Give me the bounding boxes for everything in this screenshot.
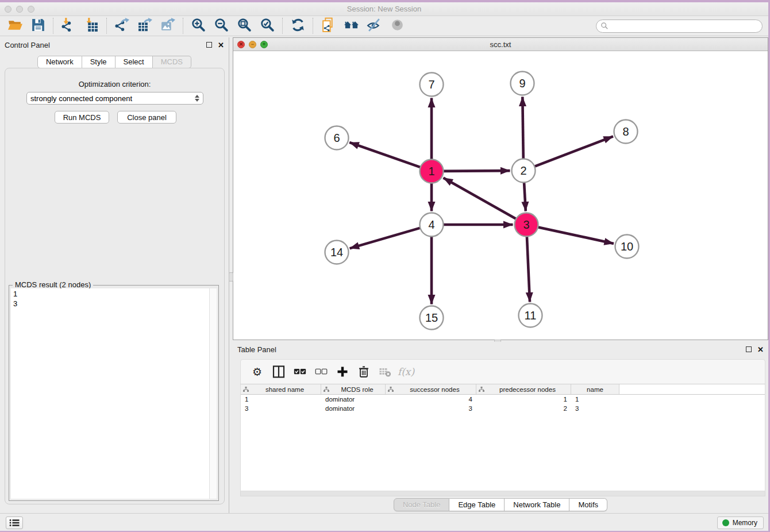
svg-text:8: 8 <box>622 125 629 138</box>
search-field[interactable] <box>596 20 763 33</box>
tab-network-table[interactable]: Network Table <box>505 498 569 511</box>
network-view-window: ✕ − + scc.txt 7 9 6 8 1 2 4 3 14 10 <box>233 37 768 340</box>
table-row[interactable]: 3dominator323 <box>241 404 765 413</box>
zoom-out-button[interactable] <box>210 17 233 34</box>
select-all-checkboxes-button[interactable] <box>289 362 310 381</box>
zoom-in-button[interactable] <box>187 17 210 34</box>
add-row-button[interactable] <box>332 362 353 381</box>
tab-edge-table[interactable]: Edge Table <box>449 498 505 511</box>
tab-node-table[interactable]: Node Table <box>394 498 450 511</box>
graph-node-4[interactable]: 4 <box>420 213 444 237</box>
cell-MCDS-role[interactable]: dominator <box>321 405 386 412</box>
network-document-button[interactable] <box>317 17 340 34</box>
search-input[interactable] <box>609 21 762 32</box>
table-row[interactable]: 1dominator411 <box>241 395 765 404</box>
table-panel-header: Table Panel ✕ <box>233 342 768 357</box>
delete-table-button[interactable] <box>374 362 395 381</box>
graph-edge-2-9[interactable] <box>522 97 523 161</box>
vertical-splitter-grip[interactable] <box>229 272 233 282</box>
eye-disabled-button[interactable] <box>386 17 409 34</box>
table-body: 1dominator4113dominator323 <box>241 395 765 413</box>
tab-mcds[interactable]: MCDS <box>153 56 191 68</box>
export-table-icon <box>137 17 153 34</box>
window-title: Session: New Session <box>0 5 768 13</box>
graph-edge-4-14[interactable] <box>350 228 422 249</box>
tab-network[interactable]: Network <box>37 56 82 68</box>
criterion-dropdown[interactable]: strongly connected component <box>26 92 203 105</box>
result-scrollbar[interactable] <box>209 288 217 499</box>
toolbar-separator <box>282 18 283 34</box>
delete-row-button[interactable] <box>353 362 374 381</box>
cell-successor-nodes[interactable]: 4 <box>386 396 476 403</box>
close-panel-button[interactable]: Close panel <box>117 111 176 124</box>
graph-node-9[interactable]: 9 <box>511 72 534 95</box>
refresh-button[interactable] <box>286 17 309 34</box>
column-header-predecessor-nodes[interactable]: predecessor nodes <box>476 384 571 394</box>
table-toolbar: ⚙f(x) <box>240 359 765 384</box>
toggle-panel-visibility-button[interactable] <box>363 17 386 34</box>
graph-node-14[interactable]: 14 <box>325 241 349 264</box>
column-header-MCDS-role[interactable]: MCDS role <box>321 384 386 394</box>
graph-node-8[interactable]: 8 <box>614 120 638 144</box>
tab-style[interactable]: Style <box>82 56 116 68</box>
close-panel-icon[interactable]: ✕ <box>218 41 224 49</box>
toolbar-button-groups <box>3 17 409 34</box>
refresh-icon <box>290 17 306 34</box>
run-mcds-button[interactable]: Run MCDS <box>55 111 109 124</box>
svg-text:3: 3 <box>523 218 529 231</box>
mcds-result-title: MCDS result (2 nodes) <box>13 280 93 289</box>
zoom-selected-button[interactable] <box>256 17 279 34</box>
graph-edge-3-1[interactable] <box>444 178 518 220</box>
memory-button[interactable]: Memory <box>717 516 764 529</box>
graph-node-1[interactable]: 1 <box>420 160 444 183</box>
graph-edge-2-8[interactable] <box>533 136 613 167</box>
cell-shared-name[interactable]: 1 <box>241 396 321 403</box>
graph-node-6[interactable]: 6 <box>325 126 349 150</box>
column-header-name[interactable]: name <box>571 384 619 394</box>
deselect-all-checkboxes-button[interactable] <box>310 362 332 381</box>
import-network-button[interactable] <box>57 17 80 34</box>
column-header-shared-name[interactable]: shared name <box>241 384 321 394</box>
open-session-button[interactable] <box>3 17 26 34</box>
graph-node-7[interactable]: 7 <box>420 73 444 97</box>
graph-node-15[interactable]: 15 <box>420 306 444 330</box>
graph-edge-1-6[interactable] <box>349 142 422 168</box>
columns-button[interactable] <box>268 362 289 381</box>
zoom-fit-button[interactable] <box>233 17 256 34</box>
graph-node-11[interactable]: 11 <box>519 304 542 327</box>
cell-MCDS-role[interactable]: dominator <box>321 396 386 403</box>
tab-select[interactable]: Select <box>116 56 153 68</box>
cell-shared-name[interactable]: 3 <box>241 405 321 412</box>
graph-node-2[interactable]: 2 <box>512 159 536 183</box>
graph-edge-3-10[interactable] <box>536 227 614 244</box>
cell-predecessor-nodes[interactable]: 1 <box>476 396 571 403</box>
export-network-button[interactable] <box>110 17 133 34</box>
cell-predecessor-nodes[interactable]: 2 <box>476 405 571 412</box>
export-image-button[interactable] <box>156 17 179 34</box>
optimization-criterion-label: Optimization criterion: <box>5 80 224 88</box>
graph-edge-3-11[interactable] <box>527 235 530 302</box>
task-history-button[interactable] <box>6 516 23 529</box>
result-line: 1 <box>13 289 207 299</box>
cell-name[interactable]: 1 <box>571 396 619 403</box>
graph-edge-1-2[interactable] <box>442 171 510 171</box>
close-table-panel-icon[interactable]: ✕ <box>757 345 764 354</box>
float-table-panel-icon[interactable] <box>746 346 752 352</box>
graph-node-10[interactable]: 10 <box>615 235 639 259</box>
main-toolbar <box>0 16 768 36</box>
export-table-button[interactable] <box>133 17 156 34</box>
column-header-successor-nodes[interactable]: successor nodes <box>386 384 476 394</box>
cell-successor-nodes[interactable]: 3 <box>386 405 476 412</box>
import-table-button[interactable] <box>80 17 103 34</box>
mcds-result-text[interactable]: 13 <box>11 288 209 499</box>
graph-edge-2-3[interactable] <box>524 181 526 211</box>
settings-button[interactable]: ⚙ <box>247 362 268 381</box>
cell-name[interactable]: 3 <box>571 405 619 412</box>
float-panel-icon[interactable] <box>206 42 212 48</box>
function-builder-button[interactable]: f(x) <box>395 362 417 381</box>
save-session-button[interactable] <box>26 17 49 34</box>
home-button[interactable] <box>340 17 363 34</box>
network-graph-canvas[interactable]: 7 9 6 8 1 2 4 3 14 10 15 11 <box>233 51 768 340</box>
tab-motifs[interactable]: Motifs <box>569 498 607 511</box>
graph-node-3[interactable]: 3 <box>515 213 538 237</box>
